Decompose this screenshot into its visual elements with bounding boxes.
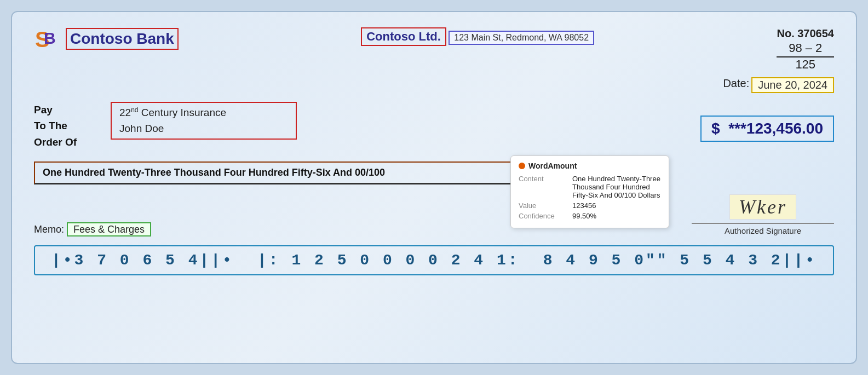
- check-document: S B Contoso Bank Contoso Ltd. 123 Main S…: [11, 11, 857, 364]
- memo-label: Memo:: [34, 224, 64, 235]
- company-block: Contoso Ltd. 123 Main St, Redmond, WA 98…: [361, 27, 594, 46]
- date-row: Date: June 20, 2024: [34, 77, 834, 93]
- company-name: Contoso Ltd.: [361, 27, 446, 46]
- word-amount-tooltip: WordAmount Content One Hundred Twenty-Th…: [510, 155, 669, 228]
- signature-line: [692, 223, 834, 224]
- bank-logo-icon: S B: [34, 27, 61, 50]
- logo-area: S B Contoso Bank: [34, 27, 179, 50]
- date-value: June 20, 2024: [751, 77, 834, 93]
- check-number: No. 370654: [777, 27, 834, 40]
- tooltip-confidence-row: Confidence 99.50%: [519, 212, 661, 220]
- date-label: Date:: [723, 77, 749, 93]
- tooltip-title: WordAmount: [519, 161, 661, 170]
- payee-line1: 22nd Century Insurance: [119, 105, 288, 121]
- tooltip-content-row: Content One Hundred Twenty-Three Thousan…: [519, 175, 661, 199]
- signature-area: Wker Authorized Signature: [692, 194, 834, 235]
- words-row: One Hundred Twenty-Three Thousand Four H…: [34, 161, 834, 184]
- words-box: One Hundred Twenty-Three Thousand Four H…: [34, 161, 582, 184]
- svg-text:B: B: [44, 29, 56, 47]
- header-row: S B Contoso Bank Contoso Ltd. 123 Main S…: [34, 27, 834, 72]
- pay-row: Pay To The Order Of 22nd Century Insuran…: [34, 102, 297, 150]
- micr-right: 8 4 9 5 0″″ 5 5 4 3 2||•: [543, 252, 817, 269]
- memo-sig-row: Memo: Fees & Charges Wker Authorized Sig…: [34, 194, 834, 235]
- bank-name: Contoso Bank: [66, 28, 179, 50]
- company-address: 123 Main St, Redmond, WA 98052: [449, 31, 594, 45]
- tooltip-value-row: Value 123456: [519, 201, 661, 210]
- micr-left: |•3 7 0 6 5 4||•: [51, 252, 234, 269]
- check-number-block: No. 370654 98 – 2 125: [777, 27, 834, 72]
- micr-center: |: 1 2 5 0 0 0 0 2 4 1:: [257, 252, 519, 269]
- payee-box: 22nd Century Insurance John Doe: [111, 102, 297, 140]
- signature-label: Authorized Signature: [692, 226, 834, 235]
- pay-label: Pay To The Order Of: [34, 102, 100, 150]
- pay-amount-row: Pay To The Order Of 22nd Century Insuran…: [34, 102, 834, 155]
- payee-line2: John Doe: [119, 121, 288, 137]
- memo-value: Fees & Charges: [67, 222, 151, 236]
- micr-row: |•3 7 0 6 5 4||• |: 1 2 5 0 0 0 0 2 4 1:…: [34, 245, 834, 275]
- amount-box: $ ***123,456.00: [700, 116, 834, 142]
- memo-area: Memo: Fees & Charges: [34, 224, 151, 235]
- routing-fraction: 98 – 2 125: [777, 41, 834, 72]
- tooltip-dot-icon: [519, 163, 525, 169]
- signature-image: Wker: [729, 194, 796, 220]
